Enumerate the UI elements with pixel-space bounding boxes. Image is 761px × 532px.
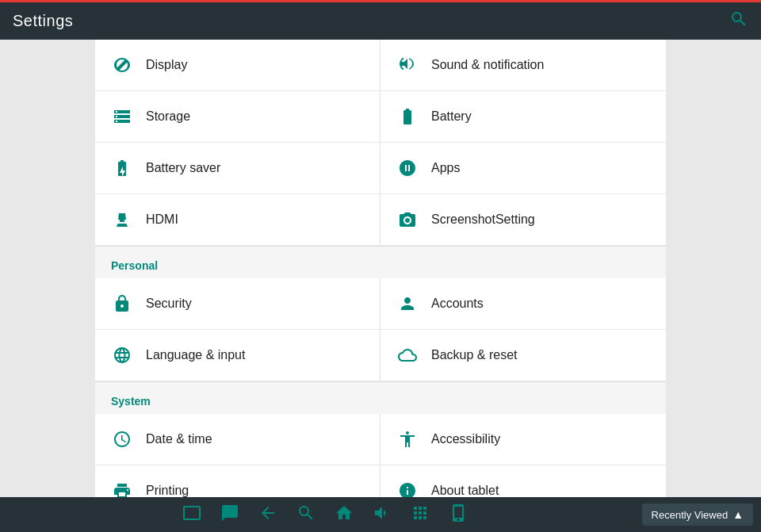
system-section: Date & time Accessibility Printing	[95, 414, 666, 497]
backup-label: Backup & reset	[431, 348, 518, 362]
setting-item-screenshot[interactable]: ScreenshotSetting	[380, 194, 666, 246]
screenshot-icon	[396, 209, 419, 231]
setting-item-sound[interactable]: Sound & notification	[380, 40, 666, 91]
setting-item-language[interactable]: Language & input	[95, 330, 380, 381]
setting-item-printing[interactable]: Printing	[95, 465, 380, 497]
setting-item-accessibility[interactable]: Accessibility	[380, 414, 666, 465]
printing-label: Printing	[146, 484, 189, 497]
accounts-icon	[396, 293, 419, 315]
language-icon	[111, 344, 133, 366]
display-icon	[111, 54, 133, 76]
security-label: Security	[146, 297, 192, 311]
apps-icon	[396, 157, 419, 179]
about-label: About tablet	[431, 484, 499, 497]
nav-icon-2[interactable]	[220, 503, 239, 526]
battery-saver-label: Battery saver	[146, 161, 220, 175]
setting-item-accounts[interactable]: Accounts	[380, 278, 666, 330]
about-icon	[396, 480, 419, 497]
recently-viewed-label: Recently Viewed	[652, 509, 728, 521]
printing-icon	[111, 480, 133, 497]
battery-saver-icon	[111, 157, 133, 179]
datetime-icon	[111, 428, 133, 450]
nav-icon-1[interactable]	[182, 503, 201, 526]
topbar: Settings	[0, 0, 761, 40]
search-icon[interactable]	[729, 10, 748, 33]
backup-icon	[396, 344, 419, 366]
bottom-nav-icons	[8, 503, 642, 526]
nav-icon-device[interactable]	[449, 503, 468, 526]
setting-item-datetime[interactable]: Date & time	[95, 414, 380, 465]
display-label: Display	[146, 58, 187, 72]
main-content: Display Sound & notification Stora	[0, 40, 761, 497]
personal-section-header: Personal	[95, 246, 666, 278]
device-section: Display Sound & notification Stora	[95, 40, 666, 246]
setting-item-backup[interactable]: Backup & reset	[380, 330, 666, 381]
hdmi-label: HDMI	[146, 212, 178, 227]
setting-item-storage[interactable]: Storage	[95, 91, 380, 143]
setting-item-battery-saver[interactable]: Battery saver	[95, 143, 380, 194]
datetime-label: Date & time	[146, 432, 212, 446]
sound-icon	[396, 54, 419, 76]
setting-item-display[interactable]: Display	[95, 40, 380, 91]
setting-item-hdmi[interactable]: HDMI	[95, 194, 380, 246]
screenshot-label: ScreenshotSetting	[431, 212, 535, 227]
nav-icon-apps[interactable]	[411, 503, 430, 526]
security-icon	[111, 293, 133, 315]
setting-item-apps[interactable]: Apps	[380, 143, 666, 194]
setting-item-battery[interactable]: Battery	[380, 91, 666, 143]
recently-viewed-icon: ▲	[732, 508, 744, 521]
system-section-header: System	[95, 381, 666, 414]
battery-icon	[396, 105, 419, 128]
hdmi-icon	[111, 209, 133, 231]
setting-item-about[interactable]: About tablet	[380, 465, 666, 497]
accounts-label: Accounts	[431, 297, 484, 311]
personal-section: Security Accounts Language & input	[95, 278, 666, 381]
sound-label: Sound & notification	[431, 58, 544, 72]
settings-panel: Display Sound & notification Stora	[95, 40, 666, 497]
storage-label: Storage	[146, 109, 190, 124]
nav-icon-home[interactable]	[335, 503, 354, 526]
nav-icon-3[interactable]	[258, 503, 277, 526]
accessibility-icon	[396, 428, 419, 450]
accessibility-label: Accessibility	[431, 432, 500, 446]
storage-icon	[111, 105, 133, 128]
language-label: Language & input	[146, 348, 245, 362]
battery-label: Battery	[431, 109, 472, 124]
app-title: Settings	[13, 12, 73, 30]
setting-item-security[interactable]: Security	[95, 278, 380, 330]
nav-icon-volume[interactable]	[373, 503, 392, 526]
recently-viewed-button[interactable]: Recently Viewed ▲	[642, 503, 753, 526]
nav-icon-search[interactable]	[296, 503, 315, 526]
bottom-bar: Recently Viewed ▲	[0, 497, 761, 532]
apps-label: Apps	[431, 161, 460, 175]
